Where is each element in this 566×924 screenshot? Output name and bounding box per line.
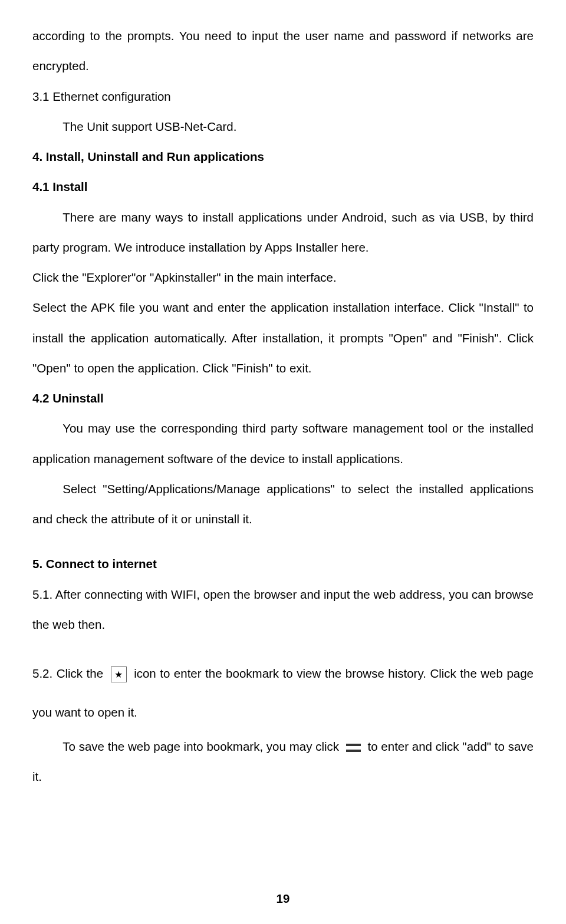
body-4-1-b: Click the "Explorer"or "Apkinstaller" in… <box>32 262 534 292</box>
body-5-2-save: To save the web page into bookmark, you … <box>32 731 534 792</box>
heading-5: 5. Connect to internet <box>32 549 534 579</box>
body-5-2: 5.2. Click the ★ icon to enter the bookm… <box>32 654 534 731</box>
star-icon: ★ <box>111 666 127 682</box>
body-5-2-part-a: 5.2. Click the <box>32 666 103 680</box>
body-3-1: The Unit support USB-Net-Card. <box>32 111 534 141</box>
body-4-1-a: There are many ways to install applicati… <box>32 202 534 263</box>
menu-icon <box>346 742 361 753</box>
body-5-2-part-b: icon to enter the bookmark to view the b… <box>32 666 534 719</box>
body-4-2-a: You may use the corresponding third part… <box>32 413 534 474</box>
heading-4: 4. Install, Uninstall and Run applicatio… <box>32 141 534 171</box>
heading-3-1: 3.1 Ethernet configuration <box>32 81 534 111</box>
paragraph-prompts: according to the prompts. You need to in… <box>32 21 534 81</box>
body-5-2-part-c: To save the web page into bookmark, you … <box>62 740 339 753</box>
body-5-1: 5.1. After connecting with WIFI, open th… <box>32 579 534 640</box>
heading-4-2: 4.2 Uninstall <box>32 383 534 413</box>
heading-4-1: 4.1 Install <box>32 171 534 202</box>
body-4-1-c: Select the APK file you want and enter t… <box>32 292 534 383</box>
page-number: 19 <box>0 883 566 913</box>
body-4-2-b: Select "Setting/Applications/Manage appl… <box>32 474 534 534</box>
